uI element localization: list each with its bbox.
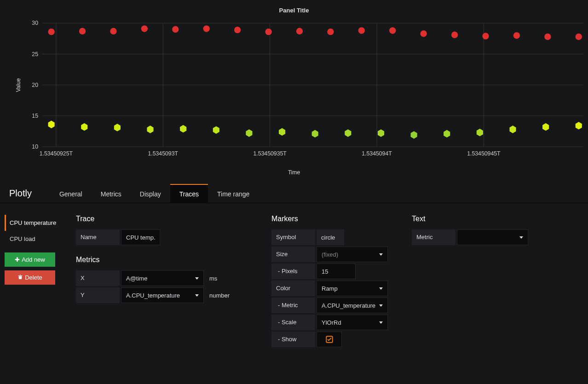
svg-point-25 bbox=[203, 25, 210, 32]
trace-name-input[interactable] bbox=[121, 229, 160, 245]
svg-text:15: 15 bbox=[32, 113, 38, 119]
markers-section-title: Markers bbox=[271, 215, 400, 223]
tab-display[interactable]: Display bbox=[131, 184, 170, 203]
svg-point-21 bbox=[79, 28, 86, 34]
svg-marker-43 bbox=[213, 126, 219, 134]
color-metric-label: - Metric bbox=[271, 298, 315, 313]
svg-point-27 bbox=[265, 29, 271, 35]
svg-text:10: 10 bbox=[32, 143, 38, 150]
trace-item-cpu-load[interactable]: CPU load bbox=[5, 231, 64, 247]
svg-text:1.53450925T: 1.53450925T bbox=[40, 150, 73, 157]
svg-point-22 bbox=[110, 28, 116, 34]
tab-metrics[interactable]: Metrics bbox=[92, 184, 131, 203]
pixels-input[interactable] bbox=[317, 264, 356, 279]
x-metric-select[interactable]: A@time bbox=[121, 270, 204, 286]
svg-text:25: 25 bbox=[32, 51, 38, 57]
svg-point-26 bbox=[234, 27, 241, 33]
svg-marker-46 bbox=[312, 130, 318, 138]
markers-settings: Markers Symbol circle Size (fixed) - Pix… bbox=[271, 215, 400, 349]
svg-marker-54 bbox=[576, 122, 582, 130]
symbol-value[interactable]: circle bbox=[317, 229, 344, 245]
y-unit: number bbox=[209, 292, 230, 299]
chart-title: Panel Title bbox=[0, 7, 588, 14]
chevron-down-icon bbox=[379, 253, 383, 256]
svg-point-24 bbox=[172, 26, 179, 33]
x-unit: ms bbox=[209, 275, 217, 282]
scale-label: - Scale bbox=[271, 315, 315, 330]
y-metric-select[interactable]: A.CPU_temperature bbox=[121, 287, 204, 303]
svg-text:30: 30 bbox=[32, 20, 38, 26]
svg-point-37 bbox=[576, 34, 582, 40]
show-label: - Show bbox=[271, 332, 315, 347]
plus-icon: ✚ bbox=[15, 256, 20, 263]
check-icon bbox=[325, 335, 334, 344]
trace-settings: Trace Name Metrics X A@time ms Y A.CPU_t… bbox=[76, 215, 260, 349]
trace-list: CPU temperature CPU load ✚ Add new Delet… bbox=[5, 215, 64, 349]
svg-marker-44 bbox=[246, 129, 252, 137]
svg-point-31 bbox=[389, 27, 396, 34]
svg-marker-39 bbox=[81, 123, 87, 131]
size-select[interactable]: (fixed) bbox=[317, 246, 388, 262]
traces-config: CPU temperature CPU load ✚ Add new Delet… bbox=[0, 203, 588, 360]
svg-text:1.5345093T: 1.5345093T bbox=[148, 150, 179, 157]
panel-type-name: Plotly bbox=[9, 188, 32, 199]
svg-point-33 bbox=[451, 32, 458, 38]
trace-section-title: Trace bbox=[76, 215, 260, 223]
add-new-button[interactable]: ✚ Add new bbox=[5, 252, 55, 267]
delete-button[interactable]: Delete bbox=[5, 270, 55, 285]
svg-point-30 bbox=[358, 27, 365, 34]
symbol-label: Symbol bbox=[271, 229, 315, 245]
y-label: Y bbox=[76, 287, 120, 303]
svg-marker-48 bbox=[378, 129, 384, 137]
text-settings: Text Metric bbox=[412, 215, 541, 349]
color-label: Color bbox=[271, 281, 315, 296]
chevron-down-icon bbox=[379, 321, 383, 324]
x-axis-label: Time bbox=[0, 169, 588, 176]
svg-marker-51 bbox=[477, 129, 483, 137]
pixels-label: - Pixels bbox=[271, 264, 315, 279]
svg-marker-42 bbox=[180, 125, 186, 133]
svg-point-35 bbox=[513, 32, 520, 39]
chevron-down-icon bbox=[379, 287, 383, 290]
chevron-down-icon bbox=[379, 304, 383, 307]
svg-point-29 bbox=[327, 29, 334, 35]
svg-text:20: 20 bbox=[32, 82, 38, 88]
color-metric-select[interactable]: A.CPU_temperature bbox=[317, 298, 388, 313]
text-section-title: Text bbox=[412, 215, 541, 223]
text-metric-label: Metric bbox=[412, 229, 455, 245]
chart-panel: Panel Title Value 10152025301.53450925T1… bbox=[0, 0, 588, 184]
svg-marker-38 bbox=[48, 120, 55, 128]
trace-item-cpu-temperature[interactable]: CPU temperature bbox=[5, 215, 64, 231]
svg-marker-41 bbox=[147, 126, 153, 133]
tab-time-range[interactable]: Time range bbox=[208, 184, 259, 203]
trash-icon bbox=[17, 274, 23, 281]
svg-marker-53 bbox=[542, 123, 549, 131]
chevron-down-icon bbox=[195, 294, 199, 297]
x-label: X bbox=[76, 270, 120, 286]
svg-point-23 bbox=[141, 25, 148, 32]
svg-point-36 bbox=[544, 34, 551, 40]
chevron-down-icon bbox=[519, 236, 523, 239]
svg-marker-47 bbox=[345, 129, 351, 137]
svg-point-34 bbox=[482, 33, 489, 39]
config-tabs: Plotly General Metrics Display Traces Ti… bbox=[0, 184, 588, 203]
text-metric-select[interactable] bbox=[457, 229, 528, 245]
name-label: Name bbox=[76, 229, 120, 245]
svg-marker-49 bbox=[411, 131, 417, 139]
svg-marker-40 bbox=[114, 124, 121, 132]
size-label: Size bbox=[271, 246, 315, 262]
tab-traces[interactable]: Traces bbox=[170, 184, 208, 203]
metrics-section-title: Metrics bbox=[76, 256, 260, 264]
svg-text:1.5345094T: 1.5345094T bbox=[362, 150, 392, 157]
tab-general[interactable]: General bbox=[50, 184, 92, 203]
svg-text:1.53450935T: 1.53450935T bbox=[253, 150, 287, 157]
chevron-down-icon bbox=[195, 277, 199, 280]
color-select[interactable]: Ramp bbox=[317, 281, 388, 296]
chart-plot-area[interactable]: 10152025301.53450925T1.5345093T1.5345093… bbox=[18, 18, 583, 161]
svg-marker-45 bbox=[279, 128, 285, 136]
svg-marker-52 bbox=[509, 126, 516, 133]
show-checkbox[interactable] bbox=[317, 332, 342, 347]
svg-point-32 bbox=[421, 30, 427, 37]
svg-point-20 bbox=[48, 29, 54, 35]
scale-select[interactable]: YlOrRd bbox=[317, 315, 388, 330]
